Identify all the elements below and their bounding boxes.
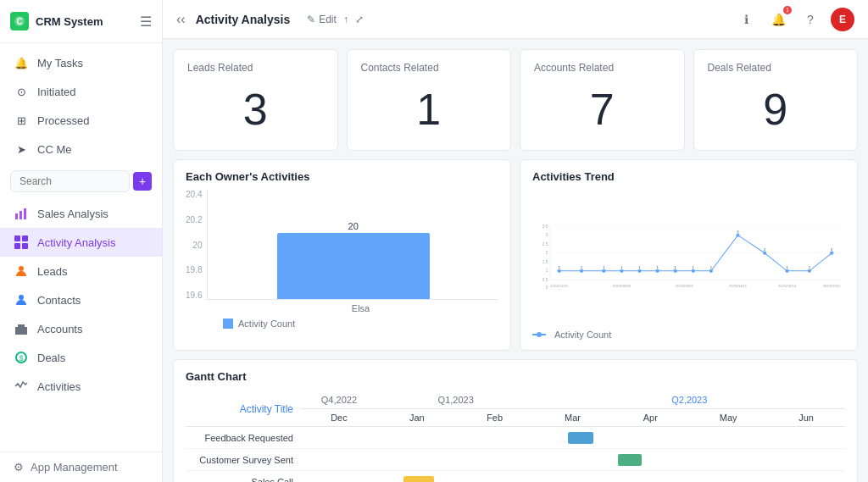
svg-text:$: $ — [19, 354, 23, 363]
sidebar-item-cc-me[interactable]: ➤ CC Me — [0, 135, 162, 163]
add-button[interactable]: + — [133, 172, 152, 191]
stat-label-deals: Deals Related — [708, 62, 844, 74]
sidebar-item-contacts[interactable]: Contacts — [0, 285, 162, 314]
back-button[interactable]: ‹‹ — [176, 12, 186, 27]
svg-point-37 — [692, 269, 695, 273]
gantt-cell — [456, 471, 534, 483]
svg-rect-11 — [15, 327, 27, 335]
notification-button[interactable]: 🔔 1 — [766, 8, 790, 31]
sidebar-item-activity-analysis[interactable]: Activity Analysis — [0, 228, 162, 257]
edit-label: Edit — [319, 14, 337, 25]
sidebar-label-contacts: Contacts — [37, 294, 81, 307]
stat-value-deals: 9 — [708, 80, 844, 138]
sidebar-item-deals[interactable]: $ Deals — [0, 343, 162, 372]
sidebar-item-sales-analysis[interactable]: Sales Analysis — [0, 199, 162, 228]
gantt-cell — [378, 427, 456, 449]
svg-text:0.5: 0.5 — [542, 278, 548, 282]
svg-text:3.5: 3.5 — [542, 224, 548, 229]
svg-text:1: 1 — [546, 269, 548, 273]
app-logo: C — [10, 12, 29, 30]
stat-cards-row: Leads Related 3 Contacts Related 1 Accou… — [173, 49, 858, 151]
gantt-bar-sales — [403, 476, 434, 483]
app-management-link[interactable]: ⚙ App Management — [0, 452, 162, 482]
svg-text:1: 1 — [656, 265, 659, 269]
sidebar-toggle[interactable]: ☰ — [140, 14, 152, 30]
deals-icon: $ — [14, 350, 29, 365]
stat-value-accounts: 7 — [534, 80, 670, 138]
search-input[interactable] — [10, 170, 130, 192]
sidebar-item-initiated[interactable]: ⊙ Initiated — [0, 77, 162, 106]
help-button[interactable]: ? — [798, 8, 822, 31]
page-title: Activity Analysis — [196, 13, 291, 26]
sidebar-label-initiated: Initiated — [37, 86, 76, 98]
gantt-card: Gantt Chart Activity Title Q4,2022 Q1,20… — [173, 359, 858, 482]
line-chart-legend-icon — [532, 330, 549, 339]
svg-text:2023/03/08: 2023/03/08 — [613, 284, 632, 288]
sidebar-item-my-tasks[interactable]: 🔔 My Tasks — [0, 48, 162, 77]
line-chart-legend: Activity Count — [532, 330, 845, 340]
svg-point-35 — [655, 269, 659, 273]
svg-rect-5 — [14, 235, 20, 241]
svg-point-30 — [558, 269, 561, 273]
gantt-month-may: May — [689, 409, 767, 427]
svg-text:0: 0 — [546, 285, 548, 290]
svg-rect-4 — [24, 208, 26, 219]
svg-point-40 — [763, 252, 766, 255]
main-area: ‹‹ Activity Analysis ✎ Edit ↑ ⤢ ℹ 🔔 1 ? … — [163, 0, 868, 482]
gantt-bar-cell-survey — [611, 449, 689, 471]
info-button[interactable]: ℹ — [734, 8, 758, 31]
sidebar-label-leads: Leads — [37, 265, 67, 278]
expand-button[interactable]: ⤢ — [355, 14, 364, 25]
bar-chart: 20.4 20.2 20 19.8 19.6 20 — [186, 190, 498, 329]
svg-point-39 — [736, 234, 739, 237]
edit-button[interactable]: ✎ Edit — [307, 14, 337, 25]
gantt-bar-feedback — [568, 432, 593, 444]
activities-icon — [14, 379, 29, 394]
export-button[interactable]: ↑ — [343, 14, 348, 25]
stat-card-accounts: Accounts Related 7 — [520, 49, 685, 151]
svg-point-32 — [602, 269, 605, 273]
gantt-cell — [767, 471, 845, 483]
sidebar-item-accounts[interactable]: Accounts — [0, 314, 162, 343]
svg-point-33 — [620, 269, 623, 273]
activity-analysis-icon — [14, 235, 29, 250]
sales-analysis-icon — [14, 206, 29, 221]
svg-text:2: 2 — [764, 247, 766, 252]
gantt-cell — [300, 471, 378, 483]
sidebar-label-cc-me: CC Me — [37, 143, 71, 156]
svg-point-36 — [674, 269, 677, 273]
gantt-q4-header: Q4,2022 — [300, 391, 378, 409]
gantt-cell — [689, 449, 767, 471]
sidebar-item-activities[interactable]: Activities — [0, 372, 162, 401]
bar-chart-y5: 20.4 — [186, 190, 202, 199]
cc-me-icon: ➤ — [14, 141, 29, 157]
stat-value-contacts: 1 — [361, 80, 498, 138]
initiated-icon: ⊙ — [14, 84, 29, 99]
sidebar-nav: 🔔 My Tasks ⊙ Initiated ⊞ Processed ➤ CC … — [0, 43, 162, 452]
sidebar-label-activity-analysis: Activity Analysis — [37, 236, 115, 249]
topbar-actions: ✎ Edit ↑ ⤢ — [307, 14, 364, 25]
svg-rect-6 — [22, 235, 28, 241]
svg-rect-3 — [19, 211, 22, 219]
sidebar-footer-label: App Management — [31, 461, 118, 474]
sidebar-label-accounts: Accounts — [37, 323, 82, 335]
gear-icon: ⚙ — [14, 461, 24, 474]
svg-text:1: 1 — [558, 265, 560, 269]
gantt-cell — [767, 427, 845, 449]
bar-x-label: Elsa — [186, 303, 498, 313]
sidebar-label-processed: Processed — [37, 114, 89, 127]
line-chart-card: Activities Trend 3.5 3 — [520, 159, 858, 351]
sidebar-label-my-tasks: My Tasks — [37, 57, 83, 69]
sidebar-item-leads[interactable]: Leads — [0, 257, 162, 285]
sidebar-item-processed[interactable]: ⊞ Processed — [0, 106, 162, 135]
svg-text:1.5: 1.5 — [542, 260, 548, 264]
svg-text:1: 1 — [638, 265, 641, 269]
user-avatar[interactable]: E — [831, 8, 854, 31]
gantt-container: Activity Title Q4,2022 Q1,2023 Q2,2023 D… — [186, 391, 845, 482]
expand-icon: ⤢ — [355, 14, 364, 25]
svg-text:2.5: 2.5 — [542, 242, 548, 247]
gantt-bar-survey — [618, 454, 642, 466]
gantt-row-feedback: Feedback Requested — [186, 427, 845, 449]
bell-icon: 🔔 — [14, 55, 29, 70]
svg-text:3: 3 — [546, 233, 548, 237]
